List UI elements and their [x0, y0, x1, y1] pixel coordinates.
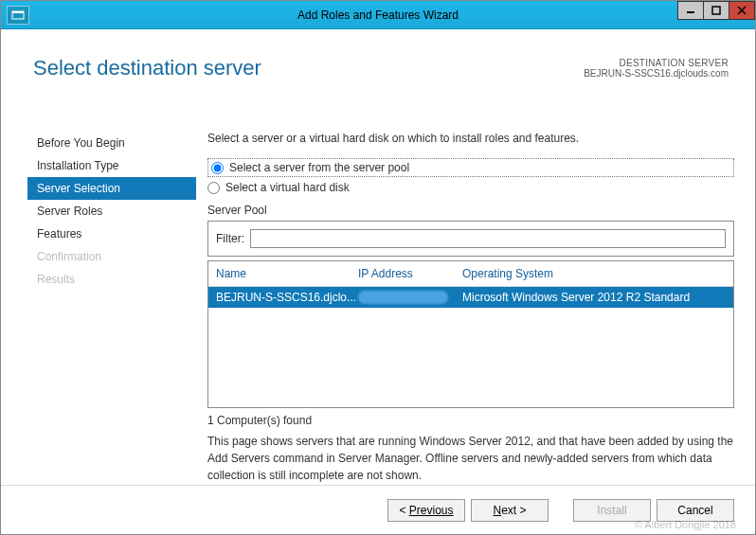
destination-value: BEJRUN-S-SSCS16.djclouds.com [584, 68, 729, 79]
window-title: Add Roles and Features Wizard [1, 9, 755, 22]
filter-label: Filter: [216, 232, 244, 245]
close-button[interactable] [729, 1, 755, 20]
watermark: © Albert Dongjie 2018 [635, 519, 736, 530]
sidebar: Before You Begin Installation Type Serve… [27, 132, 196, 291]
ip-redacted [358, 291, 448, 304]
radio-vhd-label: Select a virtual hard disk [225, 181, 350, 194]
radio-vhd-row[interactable]: Select a virtual hard disk [207, 181, 734, 194]
destination-box: DESTINATION SERVER BEJRUN-S-SSCS16.djclo… [584, 58, 729, 79]
sidebar-item-before-you-begin[interactable]: Before You Begin [27, 132, 196, 154]
sidebar-item-features[interactable]: Features [27, 223, 196, 245]
main-panel: Select a server or a virtual hard disk o… [207, 132, 734, 475]
server-pool-label: Server Pool [207, 204, 734, 217]
cell-os: Microsoft Windows Server 2012 R2 Standar… [462, 291, 726, 304]
titlebar: Add Roles and Features Wizard [1, 1, 755, 29]
radio-server-pool-row[interactable]: Select a server from the server pool [207, 158, 734, 177]
radio-vhd[interactable] [207, 182, 220, 194]
svg-rect-3 [712, 7, 720, 14]
server-grid: Name IP Address Operating System BEJRUN-… [207, 260, 734, 408]
sidebar-item-confirmation: Confirmation [27, 245, 196, 268]
sidebar-item-installation-type[interactable]: Installation Type [27, 154, 196, 177]
grid-body: BEJRUN-S-SSCS16.djclo... Microsoft Windo… [208, 287, 733, 407]
next-button[interactable]: Next > [471, 499, 549, 522]
instruction-text: Select a server or a virtual hard disk o… [207, 132, 734, 145]
cell-name: BEJRUN-S-SSCS16.djclo... [216, 291, 358, 304]
radio-server-pool-label: Select a server from the server pool [229, 161, 409, 174]
sidebar-item-server-roles[interactable]: Server Roles [27, 200, 196, 223]
sidebar-item-server-selection[interactable]: Server Selection [27, 177, 196, 200]
cell-ip [358, 291, 462, 304]
col-header-name[interactable]: Name [216, 267, 358, 280]
help-text: This page shows servers that are running… [207, 433, 734, 484]
install-button: Install [573, 499, 651, 522]
col-header-os[interactable]: Operating System [462, 267, 726, 280]
radio-server-pool[interactable] [211, 162, 224, 174]
previous-button[interactable]: < Previous [387, 499, 465, 522]
table-row[interactable]: BEJRUN-S-SSCS16.djclo... Microsoft Windo… [208, 287, 733, 308]
maximize-button[interactable] [703, 1, 729, 20]
filter-input[interactable] [250, 229, 726, 248]
cancel-button[interactable]: Cancel [657, 499, 734, 522]
window-controls [678, 1, 755, 20]
grid-header: Name IP Address Operating System [208, 261, 733, 287]
computers-found: 1 Computer(s) found [207, 414, 734, 427]
col-header-ip[interactable]: IP Address [358, 267, 462, 280]
destination-label: DESTINATION SERVER [584, 58, 729, 68]
sidebar-item-results: Results [27, 268, 196, 291]
filter-box: Filter: [207, 221, 734, 257]
minimize-button[interactable] [677, 1, 704, 20]
